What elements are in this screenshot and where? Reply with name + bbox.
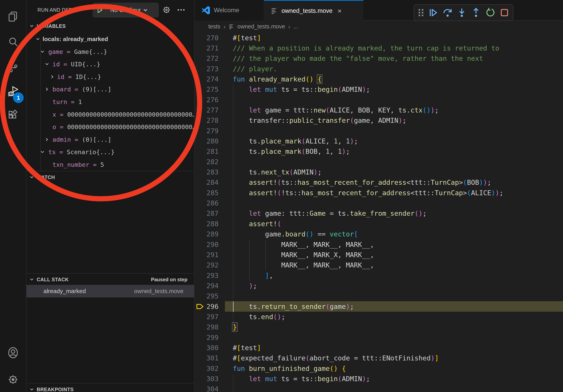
code-line: 290 MARK__, MARK__, MARK__,: [194, 239, 563, 250]
paused-status-badge: Paused on step: [151, 277, 187, 282]
line-number[interactable]: 280: [194, 137, 218, 145]
watch-section-header[interactable]: WATCH: [26, 172, 194, 183]
code-line: 286: [194, 198, 563, 209]
breadcrumb-item-file[interactable]: owned_tests.move: [237, 23, 285, 30]
variable-row[interactable]: turn = 1: [26, 95, 194, 108]
variables-scope-row[interactable]: locals: already_marked: [26, 33, 194, 45]
line-number[interactable]: 294: [194, 282, 218, 290]
line-number[interactable]: 304: [194, 385, 218, 392]
chevron-right-icon: ›: [288, 23, 290, 30]
scope-label: locals: already_marked: [43, 36, 108, 42]
debug-config-control[interactable]: No Configur: [93, 3, 159, 17]
line-number[interactable]: 274: [194, 75, 218, 83]
line-number[interactable]: 276: [194, 96, 218, 104]
call-stack-frame[interactable]: already_markedowned_tests.move: [26, 285, 194, 298]
continue-icon[interactable]: [426, 6, 440, 19]
toolbar-drag-grip[interactable]: [416, 6, 426, 19]
variable-row[interactable]: o = 0000000000000000000000000000000000…: [26, 121, 194, 133]
tab-owned-tests-move[interactable]: owned_tests.move ×: [264, 0, 363, 21]
line-number[interactable]: 272: [194, 54, 218, 62]
line-number[interactable]: 270: [194, 34, 218, 42]
line-number[interactable]: 295: [194, 292, 218, 300]
line-number[interactable]: 303: [194, 375, 218, 383]
line-number[interactable]: 283: [194, 168, 218, 176]
variable-row[interactable]: id = ID{...}: [26, 70, 194, 83]
close-icon[interactable]: ×: [337, 7, 342, 15]
call-stack-section-header[interactable]: CALL STACK Paused on step: [26, 274, 194, 285]
variables-section-header[interactable]: VARIABLES: [26, 21, 194, 32]
line-number[interactable]: 292: [194, 261, 218, 269]
run-and-debug-icon[interactable]: 1: [0, 80, 26, 102]
code-line: 299: [194, 332, 563, 343]
restart-icon[interactable]: [483, 6, 497, 19]
line-number[interactable]: 301: [194, 354, 218, 362]
variable-row[interactable]: id = UID{...}: [26, 58, 194, 70]
code-line: 281 ts.place_mark(BOB, 1, 1);: [194, 146, 563, 157]
step-into-icon[interactable]: [455, 6, 469, 19]
run-and-debug-panel: RUN AND DEBUG No Configur VARIABLES: [26, 0, 194, 392]
line-number[interactable]: 278: [194, 117, 218, 124]
chevron-right-icon: [44, 137, 50, 142]
extensions-icon[interactable]: [0, 104, 26, 126]
line-number[interactable]: 288: [194, 220, 218, 228]
chevron-right-icon: [44, 86, 50, 92]
breadcrumb-item-symbol[interactable]: ...: [293, 23, 298, 30]
settings-gear-icon[interactable]: [0, 369, 26, 391]
breadcrumb-item-tests[interactable]: tests: [208, 23, 220, 30]
account-icon[interactable]: [0, 342, 26, 364]
code-area[interactable]: 270#[test]271/// When a position is alre…: [194, 33, 563, 392]
line-number[interactable]: 277: [194, 106, 218, 114]
line-number[interactable]: 273: [194, 65, 218, 73]
step-out-icon[interactable]: [469, 6, 483, 19]
variable-row[interactable]: board = (9)[...]: [26, 83, 194, 95]
search-icon[interactable]: [0, 31, 26, 53]
line-number[interactable]: 291: [194, 251, 218, 259]
config-dropdown-label[interactable]: No Configur: [110, 7, 141, 13]
line-number[interactable]: 302: [194, 365, 218, 372]
line-number[interactable]: 281: [194, 147, 218, 155]
step-over-icon[interactable]: [440, 6, 455, 19]
line-number[interactable]: 287: [194, 209, 218, 217]
tab-welcome[interactable]: Welcome: [194, 0, 264, 21]
line-number[interactable]: 300: [194, 344, 218, 352]
line-number[interactable]: 297: [194, 313, 218, 321]
line-number[interactable]: 285: [194, 189, 218, 197]
current-frame-pointer-icon: [195, 302, 204, 311]
code-line: 302fun burn_unfinished_game() {: [194, 363, 563, 374]
line-number[interactable]: 279: [194, 127, 218, 135]
line-number[interactable]: 284: [194, 178, 218, 186]
variable-name-value: game = Game{...}: [48, 48, 107, 55]
variable-row[interactable]: x = 0000000000000000000000000000000000…: [26, 108, 194, 121]
line-number[interactable]: 298: [194, 323, 218, 331]
line-number[interactable]: 282: [194, 158, 218, 166]
line-number[interactable]: 289: [194, 230, 218, 238]
code-line: 270#[test]: [194, 33, 563, 43]
code-line: 287 let game: ttt::Game = ts.take_from_s…: [194, 208, 563, 219]
code-line: 282: [194, 157, 563, 167]
line-number[interactable]: 290: [194, 241, 218, 248]
line-number[interactable]: 275: [194, 85, 218, 93]
variable-name-value: txn_number = 5: [52, 161, 104, 168]
debug-toolbar: [414, 4, 513, 21]
chevron-down-icon: [29, 23, 35, 29]
tab-label: owned_tests.move: [282, 7, 333, 14]
line-number[interactable]: 286: [194, 199, 218, 207]
debug-gear-icon[interactable]: [161, 4, 172, 15]
line-number[interactable]: 271: [194, 44, 218, 52]
variable-row[interactable]: txn_number = 5: [26, 158, 194, 171]
code-line: 272/// the player who made the "false" m…: [194, 53, 563, 64]
stop-icon[interactable]: [497, 6, 512, 19]
start-debug-icon[interactable]: [96, 6, 103, 14]
line-number[interactable]: 293: [194, 272, 218, 279]
code-line: 279: [194, 126, 563, 136]
line-number[interactable]: 299: [194, 334, 218, 341]
variable-row[interactable]: ts = Scenario{...}: [26, 146, 194, 158]
source-control-icon[interactable]: [0, 57, 26, 78]
chevron-down-icon: [40, 149, 45, 155]
variable-row[interactable]: admin = (0)[...]: [26, 133, 194, 146]
breakpoints-section-header[interactable]: BREAKPOINTS: [26, 384, 194, 392]
variable-row[interactable]: game = Game{...}: [26, 45, 194, 58]
code-line: 292 MARK__, MARK__, MARK__,: [194, 260, 563, 270]
explorer-icon[interactable]: [0, 6, 26, 27]
more-actions-icon[interactable]: [176, 4, 187, 15]
